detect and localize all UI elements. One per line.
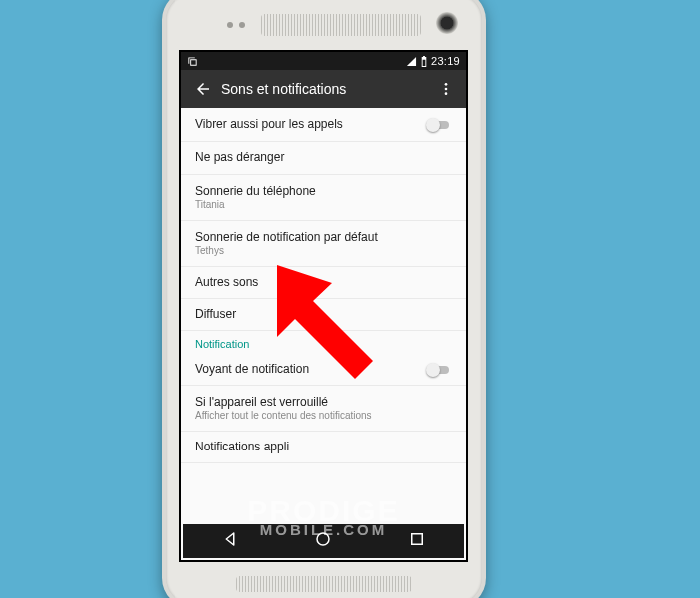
row-value: Afficher tout le contenu des notificatio… [195,410,452,421]
more-vert-icon [438,81,454,97]
section-header-notification: Notification [181,331,466,354]
earpiece-speaker [261,14,421,36]
sensor-hole [227,22,233,28]
nav-home-icon [314,530,332,548]
svg-point-3 [317,533,329,545]
row-app-notifications[interactable]: Notifications appli [181,432,466,463]
row-phone-ringtone[interactable]: Sonnerie du téléphone Titania [181,175,466,221]
nav-home-button[interactable] [314,530,332,552]
status-bar-left [187,56,198,67]
settings-list: Vibrer aussi pour les appels Ne pas déra… [181,108,466,463]
row-label: Si l'appareil est verrouillé [195,395,452,409]
screen: 23:19 Sons et notifications Vibrer aussi… [181,52,466,560]
battery-icon [420,56,428,67]
svg-point-0 [445,83,448,86]
row-label: Ne pas déranger [195,150,452,164]
back-button[interactable] [191,80,215,98]
row-vibrate-on-call[interactable]: Vibrer aussi pour les appels [181,108,466,142]
nav-recents-icon [408,530,426,548]
row-value: Titania [195,199,452,210]
page-title: Sons et notifications [215,81,436,97]
row-label: Voyant de notification [195,362,452,376]
row-label: Notifications appli [195,440,452,453]
row-label: Diffuser [195,307,452,321]
signal-icon [406,56,417,67]
row-default-notification-sound[interactable]: Sonnerie de notification par défaut Teth… [181,221,466,267]
overflow-button[interactable] [436,81,456,97]
sensor-hole [239,22,245,28]
svg-point-2 [445,92,448,95]
svg-point-1 [445,88,448,91]
clock-text: 23:19 [431,55,460,67]
status-bar: 23:19 [181,52,466,70]
row-when-device-locked[interactable]: Si l'appareil est verrouillé Afficher to… [181,386,466,432]
nav-recents-button[interactable] [408,530,426,552]
phone-bottom-hardware [166,566,482,598]
vibrate-toggle[interactable] [426,118,452,132]
nav-back-button[interactable] [221,530,239,552]
row-do-not-disturb[interactable]: Ne pas déranger [181,142,466,175]
row-value: Tethys [195,245,452,256]
app-bar: Sons et notifications [181,70,466,108]
row-notification-light[interactable]: Voyant de notification [181,354,466,386]
bottom-speaker [236,576,412,592]
row-cast[interactable]: Diffuser [181,299,466,331]
row-label: Sonnerie du téléphone [195,184,452,198]
phone-body: 23:19 Sons et notifications Vibrer aussi… [166,0,482,598]
status-bar-right: 23:19 [406,55,460,67]
screenshot-icon [187,56,198,67]
phone-frame: 23:19 Sons et notifications Vibrer aussi… [162,0,486,598]
screen-bezel: 23:19 Sons et notifications Vibrer aussi… [179,50,468,562]
row-label: Autres sons [195,275,452,289]
svg-rect-4 [412,534,423,545]
nav-back-icon [221,530,239,548]
row-label: Vibrer aussi pour les appels [195,117,452,131]
front-camera [436,12,458,34]
notification-light-toggle[interactable] [426,363,452,377]
arrow-back-icon [194,80,212,98]
row-other-sounds[interactable]: Autres sons [181,267,466,299]
phone-top-hardware [166,0,482,50]
navigation-bar [183,524,464,558]
row-label: Sonnerie de notification par défaut [195,230,452,244]
